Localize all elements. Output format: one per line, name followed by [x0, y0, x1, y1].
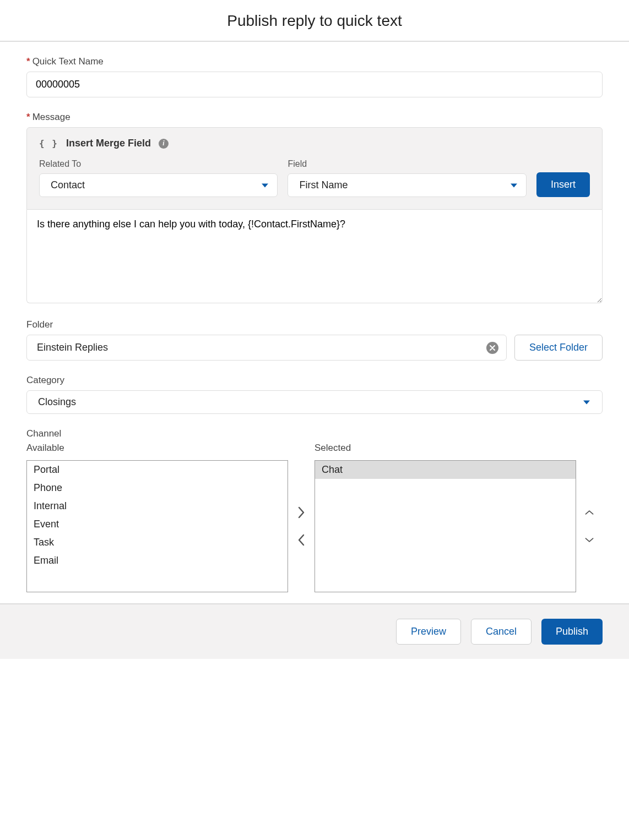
list-item[interactable]: Internal — [27, 497, 288, 515]
quick-text-name-group: Quick Text Name — [26, 56, 603, 97]
related-to-select[interactable]: Contact — [39, 173, 278, 197]
message-group: Message { } Insert Merge Field i Related… — [26, 112, 603, 305]
available-label: Available — [26, 443, 288, 454]
message-label: Message — [26, 112, 603, 123]
quick-text-name-input[interactable] — [26, 72, 603, 97]
publish-quick-text-modal: Publish reply to quick text Quick Text N… — [0, 0, 629, 659]
list-item[interactable]: Event — [27, 515, 288, 533]
transfer-arrows — [288, 443, 314, 592]
move-left-button[interactable] — [294, 532, 309, 548]
selected-label: Selected — [314, 443, 576, 454]
list-item[interactable]: Chat — [315, 461, 576, 479]
chevron-down-icon — [511, 183, 517, 187]
selected-col: Selected Chat — [314, 443, 576, 592]
clear-icon[interactable] — [486, 342, 498, 354]
reorder-arrows — [576, 443, 603, 592]
folder-row: Einstein Replies Select Folder — [26, 335, 603, 361]
quick-text-name-label: Quick Text Name — [26, 56, 603, 67]
select-folder-button[interactable]: Select Folder — [514, 335, 603, 361]
folder-input[interactable]: Einstein Replies — [26, 335, 507, 361]
modal-header: Publish reply to quick text — [0, 0, 629, 42]
related-to-value: Contact — [51, 179, 85, 190]
move-up-button[interactable] — [582, 505, 597, 520]
category-group: Category Closings — [26, 375, 603, 414]
folder-label: Folder — [26, 319, 603, 330]
chevron-down-icon — [583, 400, 590, 404]
list-item[interactable]: Portal — [27, 461, 288, 479]
folder-group: Folder Einstein Replies Select Folder — [26, 319, 603, 361]
related-to-label: Related To — [39, 159, 278, 169]
channel-label: Channel — [26, 428, 603, 439]
cancel-button[interactable]: Cancel — [471, 619, 532, 645]
category-value: Closings — [38, 396, 76, 407]
merge-fields-row: Related To Contact Field First Name — [39, 159, 590, 197]
move-right-button[interactable] — [294, 505, 309, 520]
modal-title: Publish reply to quick text — [0, 12, 629, 30]
selected-listbox[interactable]: Chat — [314, 460, 576, 592]
move-down-button[interactable] — [582, 532, 597, 548]
braces-icon: { } — [39, 138, 58, 149]
modal-footer: Preview Cancel Publish — [0, 603, 629, 659]
dual-listbox: Available PortalPhoneInternalEventTaskEm… — [26, 443, 603, 592]
list-item[interactable]: Email — [27, 552, 288, 570]
available-listbox[interactable]: PortalPhoneInternalEventTaskEmail — [26, 460, 288, 592]
chevron-down-icon — [262, 183, 268, 187]
category-label: Category — [26, 375, 603, 386]
field-select[interactable]: First Name — [288, 173, 526, 197]
available-col: Available PortalPhoneInternalEventTaskEm… — [26, 443, 288, 592]
folder-value: Einstein Replies — [37, 342, 108, 353]
related-to-col: Related To Contact — [39, 159, 278, 197]
list-item[interactable]: Task — [27, 533, 288, 552]
publish-button[interactable]: Publish — [541, 619, 603, 645]
field-col: Field First Name — [288, 159, 526, 197]
preview-button[interactable]: Preview — [396, 619, 461, 645]
field-label: Field — [288, 159, 526, 169]
merge-title-row: { } Insert Merge Field i — [39, 138, 590, 149]
field-value: First Name — [299, 179, 348, 190]
category-select[interactable]: Closings — [26, 390, 603, 414]
info-icon[interactable]: i — [159, 139, 169, 149]
list-item[interactable]: Phone — [27, 479, 288, 497]
message-textarea[interactable] — [26, 210, 603, 303]
modal-body: Quick Text Name Message { } Insert Merge… — [0, 42, 629, 603]
merge-field-panel: { } Insert Merge Field i Related To Cont… — [26, 127, 603, 210]
insert-button[interactable]: Insert — [536, 172, 590, 197]
channel-group: Channel Available PortalPhoneInternalEve… — [26, 428, 603, 592]
merge-field-title: Insert Merge Field — [66, 138, 151, 149]
